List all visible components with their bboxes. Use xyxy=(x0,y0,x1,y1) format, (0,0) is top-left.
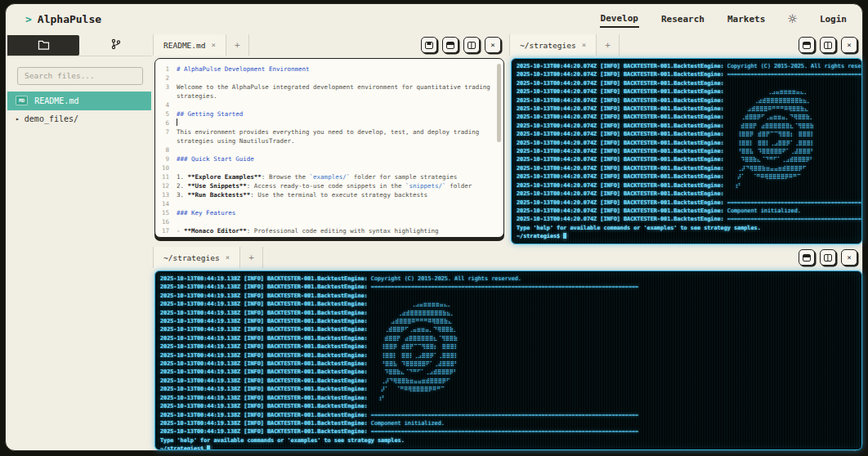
sidebar-tabs xyxy=(7,35,151,56)
terminal-log-line: 2025-10-13T00:44:20.074Z [INFO] BACKTEST… xyxy=(517,79,857,87)
editor-line-text: 1. **Explore Examples**: Browse the `exa… xyxy=(177,172,502,181)
terminal-log-line: 2025-10-13T00:44:19.138Z [INFO] BACKTEST… xyxy=(160,309,857,317)
editor-line-text xyxy=(177,163,502,172)
search-input[interactable] xyxy=(17,67,143,85)
login-button[interactable]: Login xyxy=(819,11,848,27)
split-vertical-icon xyxy=(824,42,832,49)
terminal-log-line: 2025-10-13T00:44:20.074Z [INFO] BACKTEST… xyxy=(517,164,857,172)
terminal-bottom-window-buttons: × xyxy=(799,249,864,266)
nav-item-develop[interactable]: Develop xyxy=(600,11,639,28)
editor-line[interactable]: 2 xyxy=(155,74,502,83)
folder-item-demo-files[interactable]: ▸ demo_files/ xyxy=(7,110,151,128)
sun-icon[interactable]: ☼ xyxy=(787,12,798,25)
line-number: 8 xyxy=(155,145,177,154)
line-number: 1 xyxy=(155,65,177,74)
terminal-log-line: 2025-10-13T00:44:20.074Z [INFO] BACKTEST… xyxy=(517,105,857,113)
editor-line[interactable]: 15### Key Features xyxy=(155,208,502,217)
terminal-tab-label: ~/strategies xyxy=(163,253,220,262)
terminal-bottom-tabbar: ~/strategies × + × xyxy=(153,246,864,269)
split-vertical-button[interactable] xyxy=(463,37,480,53)
terminal-log-line: 2025-10-13T00:44:19.138Z [INFO] BACKTEST… xyxy=(160,275,857,283)
split-vertical-button[interactable] xyxy=(820,37,836,53)
editor-line-text xyxy=(177,101,502,110)
code-editor[interactable]: 1# AlphaPulse Development Environment23W… xyxy=(154,58,504,238)
file-explorer-sidebar: MD README.md ▸ demo_files/ xyxy=(7,35,151,449)
split-vertical-button[interactable] xyxy=(820,249,836,266)
editor-line[interactable]: 4 xyxy=(155,101,502,110)
editor-scrollbar[interactable] xyxy=(497,64,501,142)
editor-tab-readme[interactable]: README.md × xyxy=(153,34,226,56)
new-editor-tab-button[interactable]: + xyxy=(226,34,249,56)
terminal-tab-strategies[interactable]: ~/strategies × xyxy=(153,247,240,268)
editor-line[interactable]: 111. **Explore Examples**: Browse the `e… xyxy=(155,172,502,181)
terminal-output-right[interactable]: 2025-10-13T00:44:20.074Z [INFO] BACKTEST… xyxy=(511,58,862,244)
editor-line[interactable]: 9### Quick Start Guide xyxy=(155,154,502,163)
close-panel-button[interactable]: × xyxy=(841,249,857,266)
terminal-log-line: 2025-10-13T00:44:19.138Z [INFO] BACKTEST… xyxy=(160,368,857,376)
app-logo: > AlphaPulse xyxy=(25,13,101,25)
editor-line[interactable]: 8 xyxy=(155,145,502,154)
editor-line[interactable]: 10 xyxy=(155,163,502,172)
editor-tabbar: README.md × + × xyxy=(153,34,508,56)
text-cursor xyxy=(177,118,177,126)
save-button[interactable] xyxy=(421,37,437,53)
terminal-prompt[interactable]: ~/strategies$ xyxy=(160,445,857,450)
editor-line-text: ### Quick Start Guide xyxy=(177,154,502,163)
editor-line[interactable]: 1# AlphaPulse Development Environment xyxy=(155,65,502,74)
terminal-log-line: 2025-10-13T00:44:20.074Z [INFO] BACKTEST… xyxy=(517,122,857,130)
terminal-log-line: 2025-10-13T00:44:20.074Z [INFO] BACKTEST… xyxy=(517,96,857,105)
editor-line[interactable]: 5## Getting Started xyxy=(155,110,502,118)
app-title: AlphaPulse xyxy=(38,13,101,25)
terminal-log-line: 2025-10-13T00:44:20.074Z [INFO] BACKTEST… xyxy=(517,215,857,223)
editor-line[interactable]: 3Welcome to the AlphaPulse integrated de… xyxy=(155,83,502,101)
terminal-log-line: 2025-10-13T00:44:20.074Z [INFO] BACKTEST… xyxy=(517,155,857,163)
new-terminal-tab-button[interactable]: + xyxy=(240,247,263,268)
editor-line[interactable]: 122. **Use Snippets**: Access ready-to-u… xyxy=(155,181,502,190)
close-icon[interactable]: × xyxy=(226,253,230,262)
terminal-right-window-buttons: × xyxy=(799,37,864,53)
line-number: 5 xyxy=(155,110,177,118)
tab-git[interactable] xyxy=(79,35,151,56)
terminal-prompt[interactable]: ~/strategies$ xyxy=(517,232,857,240)
new-terminal-tab-button[interactable]: + xyxy=(597,34,620,56)
editor-line[interactable]: 16 xyxy=(155,217,502,226)
split-vertical-icon xyxy=(468,42,476,49)
editor-line[interactable]: 6 xyxy=(155,118,502,127)
editor-line-text: 2. **Use Snippets**: Access ready-to-use… xyxy=(177,181,502,190)
close-icon[interactable]: × xyxy=(211,41,215,49)
close-panel-button[interactable]: × xyxy=(841,37,857,53)
editor-line-text xyxy=(177,118,502,127)
split-horizontal-icon xyxy=(803,254,811,262)
nav-item-research[interactable]: Research xyxy=(660,11,705,27)
editor-line-text: - **Monaco Editor**: Professional code e… xyxy=(177,226,502,235)
editor-line[interactable]: 7This environment provides everything yo… xyxy=(155,127,502,145)
tab-files[interactable] xyxy=(7,35,79,56)
line-number: 12 xyxy=(155,181,177,190)
split-horizontal-button[interactable] xyxy=(799,37,815,53)
editor-line[interactable]: 14 xyxy=(155,199,502,208)
split-horizontal-button[interactable] xyxy=(442,37,459,53)
split-horizontal-button[interactable] xyxy=(799,249,815,266)
chevron-right-icon: ▸ xyxy=(16,115,20,123)
terminal-output-bottom[interactable]: 2025-10-13T00:44:19.138Z [INFO] BACKTEST… xyxy=(154,270,862,450)
terminal-tab-strategies[interactable]: ~/strategies × xyxy=(509,34,597,56)
editor-line[interactable]: 133. **Run Backtests**: Use the terminal… xyxy=(155,190,502,199)
app-window: > AlphaPulse Develop Research Markets ☼ … xyxy=(5,3,863,451)
editor-line[interactable]: 17- **Monaco Editor**: Professional code… xyxy=(155,226,502,235)
editor-panel: README.md × + × 1# AlphaPulse Developmen… xyxy=(153,34,508,243)
terminal-log-line: 2025-10-13T00:44:19.138Z [INFO] BACKTEST… xyxy=(160,342,857,351)
split-vertical-icon xyxy=(824,254,832,262)
close-icon[interactable]: × xyxy=(582,41,586,49)
line-number: 15 xyxy=(155,208,177,217)
close-panel-button[interactable]: × xyxy=(485,37,501,53)
terminal-log-line: 2025-10-13T00:44:19.138Z [INFO] BACKTEST… xyxy=(160,419,857,427)
line-number: 6 xyxy=(155,118,177,127)
terminal-log-line: 2025-10-13T00:44:19.138Z [INFO] BACKTEST… xyxy=(160,325,857,333)
terminal-log-line: 2025-10-13T00:44:19.138Z [INFO] BACKTEST… xyxy=(160,292,857,300)
terminal-help-line: Type 'help' for available commands or 'e… xyxy=(517,224,857,232)
file-item-readme[interactable]: MD README.md xyxy=(7,92,151,110)
nav-item-markets[interactable]: Markets xyxy=(727,11,766,27)
terminal-log-line: 2025-10-13T00:44:20.074Z [INFO] BACKTEST… xyxy=(517,62,857,70)
folder-name: demo_files/ xyxy=(25,114,78,123)
line-number: 3 xyxy=(155,83,177,101)
